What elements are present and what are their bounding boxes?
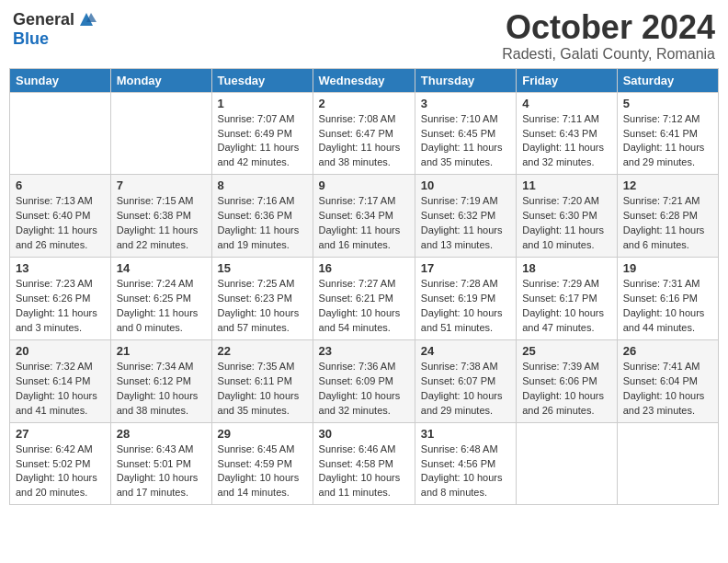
calendar-cell: 15Sunrise: 7:25 AMSunset: 6:23 PMDayligh… — [211, 258, 313, 340]
calendar-cell: 28Sunrise: 6:43 AMSunset: 5:01 PMDayligh… — [110, 422, 211, 505]
calendar-week-row: 20Sunrise: 7:32 AMSunset: 6:14 PMDayligh… — [10, 339, 719, 422]
day-number: 6 — [16, 178, 105, 192]
day-number: 31 — [421, 427, 510, 441]
day-info: Sunrise: 7:21 AMSunset: 6:28 PMDaylight:… — [623, 194, 712, 253]
day-number: 27 — [16, 427, 105, 441]
day-info: Sunrise: 6:48 AMSunset: 4:56 PMDaylight:… — [421, 442, 510, 501]
calendar-cell: 3Sunrise: 7:10 AMSunset: 6:45 PMDaylight… — [415, 92, 516, 175]
day-info: Sunrise: 7:29 AMSunset: 6:17 PMDaylight:… — [522, 277, 610, 336]
day-info: Sunrise: 7:23 AMSunset: 6:26 PMDaylight:… — [16, 277, 105, 336]
calendar-cell: 2Sunrise: 7:08 AMSunset: 6:47 PMDaylight… — [313, 92, 415, 175]
day-number: 7 — [117, 178, 206, 192]
day-info: Sunrise: 7:11 AMSunset: 6:43 PMDaylight:… — [522, 112, 610, 171]
calendar-cell: 10Sunrise: 7:19 AMSunset: 6:32 PMDayligh… — [415, 175, 516, 258]
day-number: 11 — [522, 178, 610, 192]
calendar-week-row: 27Sunrise: 6:42 AMSunset: 5:02 PMDayligh… — [10, 422, 719, 505]
title-section: October 2024 Radesti, Galati County, Rom… — [502, 9, 715, 63]
day-number: 3 — [421, 97, 510, 110]
day-info: Sunrise: 7:36 AMSunset: 6:09 PMDaylight:… — [319, 360, 409, 419]
calendar-cell: 29Sunrise: 6:45 AMSunset: 4:59 PMDayligh… — [211, 422, 313, 505]
calendar-day-header: Sunday — [10, 68, 111, 92]
calendar-week-row: 6Sunrise: 7:13 AMSunset: 6:40 PMDaylight… — [10, 175, 719, 258]
calendar-cell: 24Sunrise: 7:38 AMSunset: 6:07 PMDayligh… — [415, 339, 516, 422]
calendar-cell: 20Sunrise: 7:32 AMSunset: 6:14 PMDayligh… — [10, 339, 111, 422]
month-title: October 2024 — [502, 9, 715, 46]
day-number: 12 — [623, 178, 712, 192]
calendar-cell — [517, 422, 617, 505]
calendar-cell: 1Sunrise: 7:07 AMSunset: 6:49 PMDaylight… — [211, 92, 313, 175]
day-info: Sunrise: 6:45 AMSunset: 4:59 PMDaylight:… — [218, 442, 307, 501]
calendar-day-header: Saturday — [617, 68, 718, 92]
day-info: Sunrise: 7:13 AMSunset: 6:40 PMDaylight:… — [16, 194, 105, 253]
calendar-week-row: 13Sunrise: 7:23 AMSunset: 6:26 PMDayligh… — [10, 258, 719, 340]
calendar-cell — [10, 92, 111, 175]
day-number: 19 — [623, 261, 712, 275]
day-number: 24 — [421, 344, 510, 358]
day-info: Sunrise: 7:12 AMSunset: 6:41 PMDaylight:… — [623, 112, 712, 171]
calendar-cell: 22Sunrise: 7:35 AMSunset: 6:11 PMDayligh… — [211, 339, 313, 422]
day-number: 8 — [218, 178, 307, 192]
calendar-day-header: Friday — [517, 68, 617, 92]
calendar-cell: 13Sunrise: 7:23 AMSunset: 6:26 PMDayligh… — [10, 258, 111, 340]
day-info: Sunrise: 7:41 AMSunset: 6:04 PMDaylight:… — [623, 360, 712, 419]
day-number: 22 — [218, 344, 307, 358]
calendar-cell: 21Sunrise: 7:34 AMSunset: 6:12 PMDayligh… — [110, 339, 211, 422]
calendar-header-row: SundayMondayTuesdayWednesdayThursdayFrid… — [10, 68, 719, 92]
calendar-cell: 11Sunrise: 7:20 AMSunset: 6:30 PMDayligh… — [517, 175, 617, 258]
day-number: 1 — [218, 97, 307, 110]
calendar-table: SundayMondayTuesdayWednesdayThursdayFrid… — [9, 68, 719, 506]
day-number: 20 — [16, 344, 105, 358]
day-number: 21 — [117, 344, 206, 358]
day-number: 29 — [218, 427, 307, 441]
calendar-cell: 16Sunrise: 7:27 AMSunset: 6:21 PMDayligh… — [313, 258, 415, 340]
day-info: Sunrise: 7:20 AMSunset: 6:30 PMDaylight:… — [522, 194, 610, 253]
calendar-cell: 30Sunrise: 6:46 AMSunset: 4:58 PMDayligh… — [313, 422, 415, 505]
calendar-cell — [617, 422, 718, 505]
calendar-day-header: Thursday — [415, 68, 516, 92]
calendar-cell: 9Sunrise: 7:17 AMSunset: 6:34 PMDaylight… — [313, 175, 415, 258]
day-info: Sunrise: 6:43 AMSunset: 5:01 PMDaylight:… — [117, 442, 206, 501]
day-number: 10 — [421, 178, 510, 192]
day-info: Sunrise: 7:28 AMSunset: 6:19 PMDaylight:… — [421, 277, 510, 336]
day-info: Sunrise: 7:35 AMSunset: 6:11 PMDaylight:… — [218, 360, 307, 419]
day-info: Sunrise: 7:17 AMSunset: 6:34 PMDaylight:… — [319, 194, 409, 253]
calendar-cell: 14Sunrise: 7:24 AMSunset: 6:25 PMDayligh… — [110, 258, 211, 340]
calendar-cell: 7Sunrise: 7:15 AMSunset: 6:38 PMDaylight… — [110, 175, 211, 258]
calendar-cell: 6Sunrise: 7:13 AMSunset: 6:40 PMDaylight… — [10, 175, 111, 258]
day-number: 13 — [16, 261, 105, 275]
day-number: 4 — [522, 97, 610, 110]
day-number: 5 — [623, 97, 712, 110]
logo-blue: Blue — [13, 29, 49, 49]
day-number: 25 — [522, 344, 610, 358]
day-number: 15 — [218, 261, 307, 275]
calendar-cell: 31Sunrise: 6:48 AMSunset: 4:56 PMDayligh… — [415, 422, 516, 505]
day-number: 26 — [623, 344, 712, 358]
day-number: 2 — [319, 97, 409, 110]
day-info: Sunrise: 7:10 AMSunset: 6:45 PMDaylight:… — [421, 112, 510, 171]
calendar-day-header: Monday — [110, 68, 211, 92]
day-info: Sunrise: 7:31 AMSunset: 6:16 PMDaylight:… — [623, 277, 712, 336]
location: Radesti, Galati County, Romania — [502, 46, 715, 63]
calendar-cell: 25Sunrise: 7:39 AMSunset: 6:06 PMDayligh… — [517, 339, 617, 422]
logo-icon — [76, 9, 97, 29]
day-info: Sunrise: 7:08 AMSunset: 6:47 PMDaylight:… — [319, 112, 409, 171]
day-info: Sunrise: 6:42 AMSunset: 5:02 PMDaylight:… — [16, 442, 105, 501]
day-info: Sunrise: 7:07 AMSunset: 6:49 PMDaylight:… — [218, 112, 307, 171]
calendar-day-header: Wednesday — [313, 68, 415, 92]
day-number: 17 — [421, 261, 510, 275]
day-info: Sunrise: 7:34 AMSunset: 6:12 PMDaylight:… — [117, 360, 206, 419]
calendar-cell: 8Sunrise: 7:16 AMSunset: 6:36 PMDaylight… — [211, 175, 313, 258]
day-info: Sunrise: 7:15 AMSunset: 6:38 PMDaylight:… — [117, 194, 206, 253]
calendar-cell: 27Sunrise: 6:42 AMSunset: 5:02 PMDayligh… — [10, 422, 111, 505]
day-number: 9 — [319, 178, 409, 192]
calendar-cell: 23Sunrise: 7:36 AMSunset: 6:09 PMDayligh… — [313, 339, 415, 422]
calendar-week-row: 1Sunrise: 7:07 AMSunset: 6:49 PMDaylight… — [10, 92, 719, 175]
day-info: Sunrise: 7:39 AMSunset: 6:06 PMDaylight:… — [522, 360, 610, 419]
logo-general: General — [13, 10, 74, 29]
day-info: Sunrise: 7:25 AMSunset: 6:23 PMDaylight:… — [218, 277, 307, 336]
calendar-cell: 12Sunrise: 7:21 AMSunset: 6:28 PMDayligh… — [617, 175, 718, 258]
day-info: Sunrise: 7:19 AMSunset: 6:32 PMDaylight:… — [421, 194, 510, 253]
day-number: 28 — [117, 427, 206, 441]
day-info: Sunrise: 6:46 AMSunset: 4:58 PMDaylight:… — [319, 442, 409, 501]
day-number: 18 — [522, 261, 610, 275]
